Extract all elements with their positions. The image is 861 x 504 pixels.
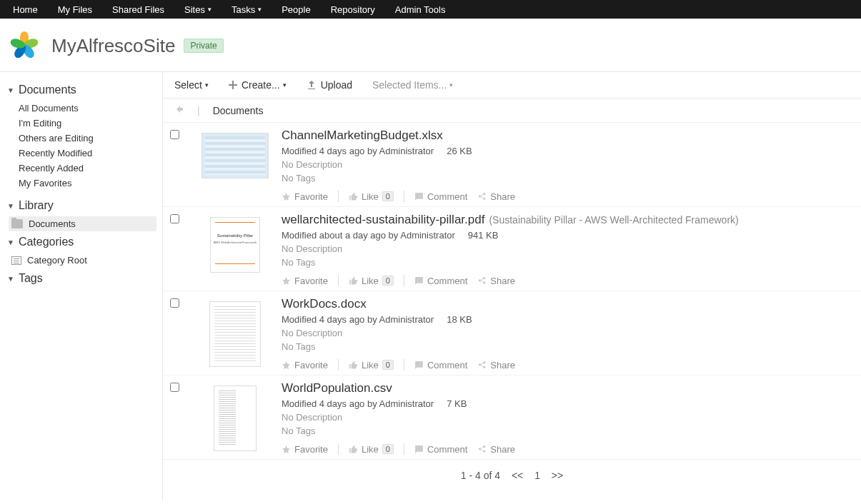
favorite-action[interactable]: Favorite xyxy=(282,444,328,455)
share-icon xyxy=(477,276,487,286)
sidebar-link-i-m-editing[interactable]: I'm Editing xyxy=(19,116,156,131)
divider xyxy=(404,359,404,371)
document-name[interactable]: wellarchitected-sustainability-pillar.pd… xyxy=(282,213,484,226)
thumbs-up-icon xyxy=(349,361,358,370)
favorite-action[interactable]: Favorite xyxy=(282,360,328,371)
document-name[interactable]: WorldPopulation.csv xyxy=(282,381,392,395)
pager-prev[interactable]: << xyxy=(512,470,523,481)
sidebar-section-tags[interactable]: ▼ Tags xyxy=(7,272,156,285)
create-menu[interactable]: Create... ▾ xyxy=(229,79,287,91)
document-size: 26 KB xyxy=(447,146,472,156)
nav-home[interactable]: Home xyxy=(3,0,48,19)
comment-action[interactable]: Comment xyxy=(414,360,467,371)
no-tags: No Tags xyxy=(282,257,854,268)
breadcrumb-up-icon[interactable] xyxy=(174,104,184,116)
like-action[interactable]: Like0 xyxy=(349,360,394,371)
nav-people[interactable]: People xyxy=(272,0,320,19)
comment-icon xyxy=(414,445,424,454)
main-content: Select ▾ Create... ▾ Upload Selected Ite… xyxy=(163,72,861,500)
caret-down-icon: ▾ xyxy=(258,6,262,13)
divider xyxy=(338,191,339,202)
row-checkbox[interactable] xyxy=(170,214,179,223)
pager-next[interactable]: >> xyxy=(552,470,563,481)
document-thumbnail[interactable]: Sustainability PillarAWS Well-Architecte… xyxy=(189,213,282,286)
toolbar-label: Select xyxy=(174,79,202,91)
toolbar: Select ▾ Create... ▾ Upload Selected Ite… xyxy=(163,72,861,99)
sidebar-link-others-are-editing[interactable]: Others are Editing xyxy=(19,131,156,146)
selected-items-menu[interactable]: Selected Items... ▾ xyxy=(372,79,453,91)
sidebar-section-documents[interactable]: ▼ Documents xyxy=(7,84,156,96)
no-description: No Description xyxy=(282,159,854,170)
list-icon xyxy=(11,256,21,265)
row-checkbox[interactable] xyxy=(170,383,179,392)
nav-sites[interactable]: Sites▾ xyxy=(174,0,222,19)
collapse-icon: ▼ xyxy=(7,86,14,94)
nav-my-files[interactable]: My Files xyxy=(48,0,102,19)
star-icon xyxy=(282,276,291,286)
upload-button[interactable]: Upload xyxy=(307,79,352,91)
share-icon xyxy=(477,361,487,370)
thumbs-up-icon xyxy=(349,445,358,454)
caret-down-icon: ▾ xyxy=(283,81,287,89)
plus-icon xyxy=(229,81,237,89)
library-node-documents[interactable]: Documents xyxy=(9,216,156,231)
share-action[interactable]: Share xyxy=(477,191,515,202)
document-meta: Modified 4 days ago by Administrator7 KB xyxy=(282,398,854,409)
sidebar-link-all-documents[interactable]: All Documents xyxy=(19,101,156,116)
sidebar-link-my-favorites[interactable]: My Favorites xyxy=(19,176,156,191)
document-list: ChannelMarketingBudget.xlsxModified 4 da… xyxy=(163,123,861,460)
caret-down-icon: ▾ xyxy=(208,6,211,13)
nav-repository[interactable]: Repository xyxy=(321,0,385,19)
document-name[interactable]: WorkDocs.docx xyxy=(282,297,367,311)
thumbs-up-icon xyxy=(349,192,358,201)
document-thumbnail[interactable] xyxy=(189,297,282,371)
pager-page[interactable]: 1 xyxy=(534,470,540,481)
sidebar-link-recently-added[interactable]: Recently Added xyxy=(19,161,156,176)
document-name[interactable]: ChannelMarketingBudget.xlsx xyxy=(282,128,443,142)
nav-admin-tools[interactable]: Admin Tools xyxy=(385,0,456,19)
tree-node-label: Category Root xyxy=(27,255,87,266)
comment-action[interactable]: Comment xyxy=(414,191,467,202)
no-tags: No Tags xyxy=(282,173,854,183)
row-checkbox[interactable] xyxy=(170,130,179,139)
sidebar-section-library[interactable]: ▼ Library xyxy=(7,199,156,212)
comment-action[interactable]: Comment xyxy=(414,444,467,455)
like-action[interactable]: Like0 xyxy=(349,191,394,202)
row-checkbox[interactable] xyxy=(170,298,179,308)
like-action[interactable]: Like0 xyxy=(349,444,394,455)
no-description: No Description xyxy=(282,412,854,423)
like-action[interactable]: Like0 xyxy=(349,276,394,286)
sidebar-section-label: Categories xyxy=(19,236,74,248)
star-icon xyxy=(282,445,291,454)
document-row: ChannelMarketingBudget.xlsxModified 4 da… xyxy=(163,123,861,207)
like-count: 0 xyxy=(382,276,394,286)
sidebar-section-categories[interactable]: ▼ Categories xyxy=(7,236,156,248)
comment-action[interactable]: Comment xyxy=(414,276,467,286)
share-action[interactable]: Share xyxy=(477,276,515,286)
document-thumbnail[interactable] xyxy=(189,128,282,202)
no-tags: No Tags xyxy=(282,341,854,352)
like-count: 0 xyxy=(382,360,394,370)
document-subtitle: (Sustainability Pillar - AWS Well-Archit… xyxy=(489,214,738,226)
share-action[interactable]: Share xyxy=(477,444,515,455)
pagination: 1 - 4 of 4 << 1 >> xyxy=(163,460,861,491)
comment-icon xyxy=(414,192,424,201)
select-menu[interactable]: Select ▾ xyxy=(174,79,209,91)
alfresco-logo-icon xyxy=(7,29,41,63)
site-title[interactable]: MyAlfrescoSite xyxy=(51,35,175,57)
sidebar-section-label: Tags xyxy=(19,272,43,285)
share-action[interactable]: Share xyxy=(477,360,515,371)
nav-shared-files[interactable]: Shared Files xyxy=(102,0,174,19)
favorite-action[interactable]: Favorite xyxy=(282,191,328,202)
divider xyxy=(404,191,404,202)
category-root-node[interactable]: Category Root xyxy=(9,253,156,268)
favorite-action[interactable]: Favorite xyxy=(282,276,328,286)
collapse-icon: ▼ xyxy=(7,275,14,283)
sidebar-link-recently-modified[interactable]: Recently Modified xyxy=(19,146,156,161)
document-thumbnail[interactable] xyxy=(189,381,282,455)
breadcrumb-current[interactable]: Documents xyxy=(213,105,264,116)
no-tags: No Tags xyxy=(282,425,854,436)
document-meta: Modified 4 days ago by Administrator26 K… xyxy=(282,146,854,156)
nav-tasks[interactable]: Tasks▾ xyxy=(222,0,272,19)
upload-icon xyxy=(307,80,317,90)
